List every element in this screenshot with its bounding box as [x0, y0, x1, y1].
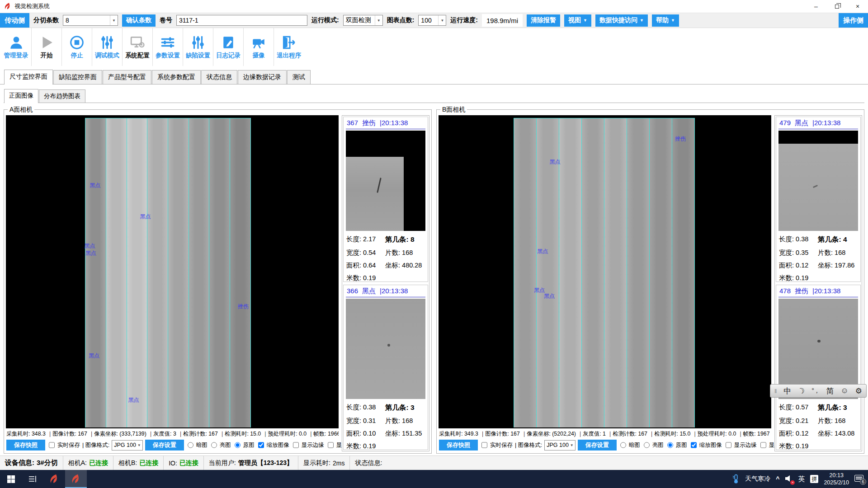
ime-cn-mode-button[interactable]: 中	[783, 386, 791, 396]
defect-settings-button[interactable]: 缺陷设置	[183, 28, 213, 66]
zoom-image-checkbox[interactable]	[258, 442, 264, 448]
area-value: 面积: 0.64	[346, 261, 385, 270]
image-format-value: JPG 100	[547, 442, 569, 448]
show-edge-checkbox[interactable]	[293, 442, 299, 448]
minimize-button[interactable]: –	[806, 0, 826, 13]
debug-mode-button[interactable]: 调试模式	[92, 28, 122, 66]
moon-icon[interactable]: ☽	[797, 385, 807, 397]
task-view-button[interactable]	[22, 470, 43, 488]
punctuation-icon[interactable]: °，	[811, 387, 820, 395]
window-title: 视觉检测系统	[14, 2, 50, 10]
taskbar-clock[interactable]: 20:13 2025/2/10	[824, 472, 849, 487]
ime-toolbar[interactable]: ‖ 中 ☽ °， 简 ☺ ⚙	[770, 384, 867, 398]
image-format-select[interactable]: JPG 100 ▼	[544, 440, 576, 450]
original-image-radio[interactable]	[667, 442, 673, 448]
transmission-side-button[interactable]: 传动侧	[0, 13, 29, 28]
start-button[interactable]	[0, 470, 22, 488]
defect-id: 367	[347, 119, 358, 127]
chart-points-value: 100	[421, 17, 431, 24]
dark-image-radio[interactable]	[188, 442, 193, 448]
subtab-front-image[interactable]: 正面图像	[4, 89, 38, 103]
panel-a-status-line: 采集耗时: 348.3 ｜图像计数: 167 ｜像素坐标: (333,7139)…	[6, 428, 339, 439]
save-snapshot-button[interactable]: 保存快照	[439, 440, 478, 450]
param-settings-button[interactable]: 参数设置	[152, 28, 183, 66]
log-record-button[interactable]: 日志记录	[213, 28, 243, 66]
tray-expand-chevron[interactable]: ^	[776, 475, 779, 483]
defect-card[interactable]: 478 挫伤 |20:13:38 长度: 0.57 第几条: 3 宽度: 0.2…	[776, 285, 861, 450]
dark-image-radio[interactable]	[620, 442, 626, 448]
tab-edge-data-record[interactable]: 边缘数据记录	[238, 70, 287, 84]
dark-image-label: 暗图	[196, 441, 208, 449]
save-snapshot-button[interactable]: 保存快照	[6, 440, 45, 450]
maximize-button[interactable]	[826, 0, 847, 13]
show-count-checkbox[interactable]	[328, 442, 334, 448]
status-info-cell: 状态信息:	[350, 456, 387, 470]
original-image-radio[interactable]	[235, 442, 241, 448]
notification-center-button[interactable]: 6	[854, 475, 863, 483]
confirm-count-button[interactable]: 确认条数	[122, 14, 156, 27]
show-edge-checkbox[interactable]	[726, 442, 731, 448]
subtab-distribution-chart[interactable]: 分布趋势图表	[39, 89, 85, 103]
monitor-gear-icon	[130, 35, 145, 50]
tab-system-param-config[interactable]: 系统参数配置	[152, 70, 201, 84]
material-strip	[672, 118, 695, 427]
system-config-button[interactable]: 系统配置	[122, 28, 152, 66]
defect-header: 479 黑点 |20:13:38	[778, 118, 858, 129]
operator-side-button[interactable]: 操作侧	[839, 13, 868, 28]
speed-label: 运行速度:	[450, 16, 478, 24]
defect-card[interactable]: 479 黑点 |20:13:38 长度: 0.38 第几条: 4 宽度: 0.3…	[776, 117, 861, 282]
language-indicator[interactable]: 英	[798, 475, 805, 483]
gear-icon[interactable]: ⚙	[855, 386, 862, 396]
coord-value: 坐标: 480.28	[385, 261, 425, 270]
tab-product-model-config[interactable]: 产品型号配置	[103, 70, 151, 84]
taskbar-app-icon-active[interactable]	[65, 470, 87, 488]
bright-image-radio[interactable]	[644, 442, 650, 448]
ime-simplified-button[interactable]: 简	[826, 386, 834, 396]
chart-points-select[interactable]: 100 ▼	[418, 15, 446, 26]
pinyin-indicator[interactable]: 拼	[810, 475, 818, 483]
length-value: 长度: 0.38	[346, 403, 385, 413]
show-count-checkbox[interactable]	[760, 442, 766, 448]
camera-button[interactable]: 摄像	[243, 28, 274, 66]
icon-label: 系统配置	[125, 52, 150, 60]
image-format-select[interactable]: JPG 100 ▼	[112, 440, 143, 450]
view-menu-button[interactable]: 视图 ▼	[564, 14, 591, 27]
data-quick-access-button[interactable]: 数据快捷访问 ▼	[595, 14, 648, 27]
weather-text[interactable]: 天气寒冷	[745, 475, 770, 483]
slit-count-select[interactable]: 8 ▼	[63, 15, 118, 26]
defect-card[interactable]: 366 黑点 |20:13:38 长度: 0.38 第几条: 3 宽度: 0.3…	[343, 285, 428, 450]
roll-no-input[interactable]	[176, 15, 307, 26]
tab-status-info[interactable]: 状态信息	[201, 70, 237, 84]
start-button[interactable]: 开始	[31, 28, 61, 66]
camera-b-image[interactable]: 黑点挫伤黑点黑点黑点	[439, 115, 771, 428]
coord-value: 坐标: 197.86	[818, 261, 858, 270]
save-settings-button[interactable]: 保存设置	[578, 440, 617, 450]
exit-program-button[interactable]: 退出程序	[274, 28, 304, 66]
material-strip	[168, 118, 189, 427]
save-settings-button[interactable]: 保存设置	[145, 440, 184, 450]
realtime-save-checkbox[interactable]	[49, 442, 55, 448]
taskbar-app-icon[interactable]	[43, 470, 65, 488]
bright-image-label: 亮图	[220, 441, 231, 449]
ime-drag-handle[interactable]: ‖	[774, 388, 777, 394]
app-logo-icon	[49, 474, 59, 484]
tab-size-monitor[interactable]: 尺寸监控界面	[4, 70, 53, 84]
volume-muted-icon[interactable]: ×	[785, 475, 793, 483]
tab-defect-monitor[interactable]: 缺陷监控界面	[53, 70, 102, 84]
stop-button[interactable]: 停止	[61, 28, 92, 66]
camera-a-image[interactable]: 黑点黑点黑点黑点挫伤黑点黑点	[6, 115, 339, 428]
zoom-image-checkbox[interactable]	[691, 442, 697, 448]
bright-image-radio[interactable]	[211, 442, 217, 448]
help-menu-button[interactable]: 帮助 ▼	[652, 14, 679, 27]
realtime-save-checkbox[interactable]	[481, 442, 487, 448]
run-mode-select[interactable]: 双面检测 ▼	[343, 15, 383, 26]
material-strip	[627, 118, 649, 427]
chevron-down-icon: ▼	[640, 18, 644, 23]
close-button[interactable]: ×	[847, 0, 868, 13]
emoji-icon[interactable]: ☺	[841, 386, 849, 395]
admin-login-button[interactable]: 管理登录	[1, 28, 31, 66]
clear-alarm-button[interactable]: 清除报警	[527, 14, 560, 27]
defect-measures: 长度: 0.38 第几条: 4 宽度: 0.35 片数: 168 面积: 0.1…	[778, 231, 858, 282]
defect-card[interactable]: 367 挫伤 |20:13:38 长度: 2.17 第几条: 8 宽度: 0.5…	[343, 117, 428, 282]
tab-test[interactable]: 测试	[287, 70, 311, 84]
